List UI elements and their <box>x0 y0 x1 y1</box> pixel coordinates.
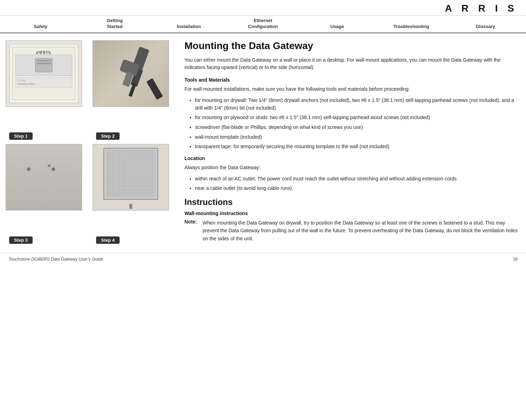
content-column: Mounting the Data Gateway You can either… <box>181 40 520 242</box>
tools-bullet-3: wall-mount template (included) <box>195 133 520 141</box>
step1-image: ARRIS ① ② ③Hardware Setup <box>6 40 82 107</box>
nav-getting-started[interactable]: Getting Started <box>77 16 151 33</box>
gateway-device-grid <box>103 148 158 200</box>
footer: Touchstone DG860P2 Data Gateway User’s G… <box>0 253 526 265</box>
tools-bullet-0: for mounting on drywall: Two 1/4″ (6mm) … <box>195 97 520 112</box>
tools-heading: Tools and Materials <box>184 77 520 83</box>
wall-mount-heading: Wall-mounting instructions <box>184 211 520 216</box>
note-text: When mounting the Data Gateway on drywal… <box>203 219 520 242</box>
step2-label: Step 2 <box>96 132 120 140</box>
logo-bar: A R R I S <box>0 0 526 16</box>
note-block: Note: When mounting the Data Gateway on … <box>184 219 520 242</box>
nav-safety[interactable]: Safety <box>4 22 77 33</box>
tools-bullet-1: for mounting on plywood or studs: two #6… <box>195 114 520 122</box>
location-heading: Location <box>184 156 520 161</box>
step3-image <box>6 144 82 211</box>
nav-ethernet-config[interactable]: Ethernet Configuration <box>226 16 300 33</box>
step3-label: Step 3 <box>9 236 33 244</box>
step1-label: Step 1 <box>9 132 33 140</box>
nav-bar: Safety Getting Started Installation Ethe… <box>0 16 526 33</box>
nav-troubleshooting[interactable]: Troubleshooting <box>374 22 448 33</box>
main-layout: ARRIS ① ② ③Hardware Setup Step 1 <box>0 33 526 249</box>
arris-logo: A R R I S <box>445 3 518 14</box>
step2-image <box>93 40 169 107</box>
tools-bullet-list: for mounting on drywall: Two 1/4″ (6mm) … <box>184 97 520 151</box>
tools-intro-text: For wall-mounted installations, make sur… <box>184 85 520 93</box>
step4-block: Step 4 <box>93 144 174 242</box>
step4-label: Step 4 <box>96 236 120 244</box>
step4-image <box>93 144 169 211</box>
intro-text: You can either mount the Data Gateway on… <box>184 56 520 71</box>
nav-installation[interactable]: Installation <box>152 22 226 33</box>
footer-guide-name: Touchstone DG860P2 Data Gateway User’s G… <box>8 257 103 262</box>
location-intro-text: Always position the Data Gateway: <box>184 164 520 172</box>
step1-block: ARRIS ① ② ③Hardware Setup Step 1 <box>6 40 87 139</box>
location-bullet-0: within reach of an AC outlet. The power … <box>195 175 520 183</box>
instructions-heading: Instructions <box>184 197 520 207</box>
step2-block: Step 2 <box>93 40 174 139</box>
note-label: Note: <box>184 219 197 242</box>
step3-block: Step 3 <box>6 144 87 242</box>
footer-page-number: 18 <box>513 257 518 262</box>
location-bullet-1: near a cable outlet (to avoid long cable… <box>195 185 520 192</box>
nav-glossary[interactable]: Glossary <box>449 22 522 33</box>
tools-bullet-4: transparent tape: for temporarily securi… <box>195 143 520 151</box>
page-title: Mounting the Data Gateway <box>184 40 520 51</box>
tools-bullet-2: screwdriver (flat-blade or Phillips, dep… <box>195 124 520 131</box>
location-bullet-list: within reach of an AC outlet. The power … <box>184 175 520 192</box>
steps-column: ARRIS ① ② ③Hardware Setup Step 1 <box>6 40 174 242</box>
nav-usage[interactable]: Usage <box>300 22 374 33</box>
